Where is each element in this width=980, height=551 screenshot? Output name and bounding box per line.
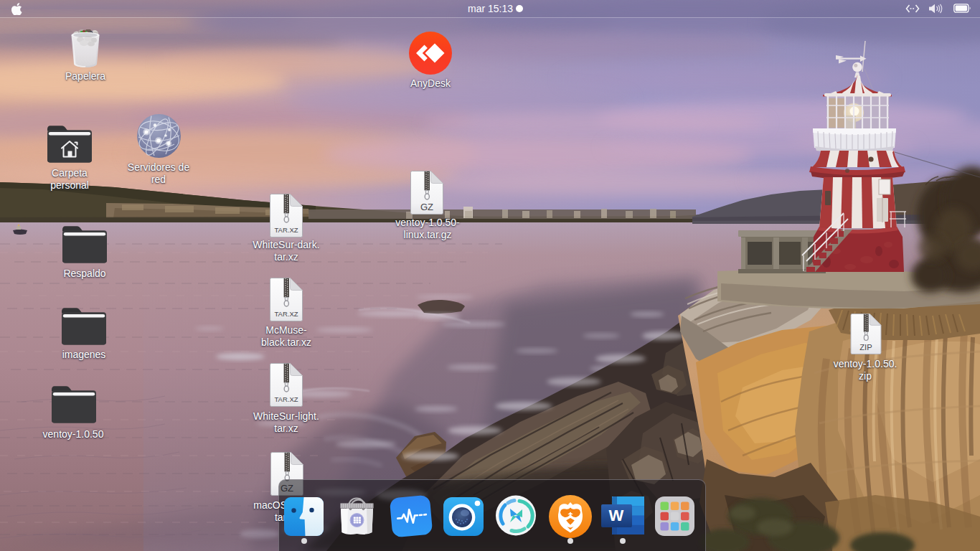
svg-text:ZIP: ZIP [859, 343, 872, 352]
svg-text:GZ: GZ [420, 202, 433, 212]
svg-text:TAR.XZ: TAR.XZ [274, 310, 298, 318]
svg-text:W: W [609, 507, 624, 524]
svg-text:TAR.XZ: TAR.XZ [274, 395, 298, 403]
svg-text:TAR.XZ: TAR.XZ [274, 226, 298, 234]
